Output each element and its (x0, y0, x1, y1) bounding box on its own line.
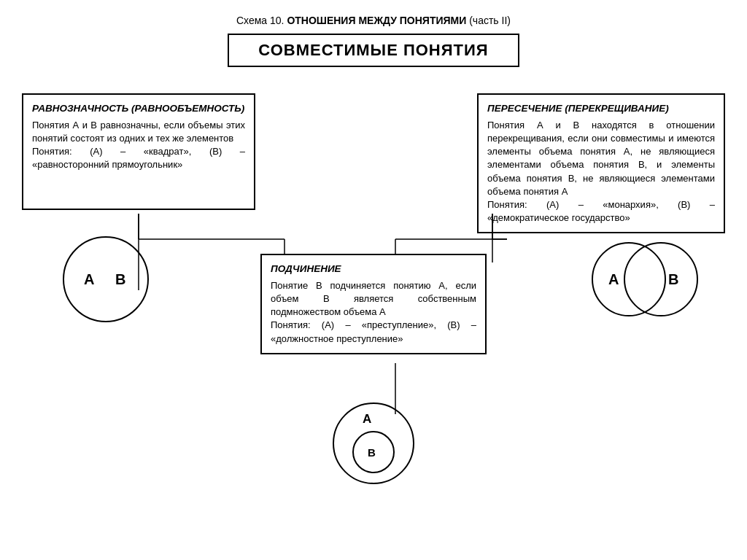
main-title-wrapper: СОВМЕСТИМЫЕ ПОНЯТИЯ (22, 34, 725, 82)
page: Схема 10. ОТНОШЕНИЯ МЕЖДУ ПОНЯТИЯМИ (час… (0, 0, 747, 560)
box-center-title: ПОДЧИНЕНИЕ (271, 262, 476, 276)
svg-point-14 (333, 403, 414, 483)
diagram-right-svg: А В (587, 232, 703, 327)
diagram-left-label-a: А (84, 271, 94, 287)
box-center-text: Понятие В подчиняется понятию А, если об… (271, 280, 476, 317)
box-right-title: ПЕРЕСЕЧЕНИЕ (ПЕРЕКРЕЩИВАНИЕ) (487, 102, 715, 116)
svg-point-12 (592, 243, 665, 316)
diagram-left: А В (51, 232, 160, 329)
main-title-text: СОВМЕСТИМЫЕ ПОНЯТИЯ (258, 41, 488, 59)
box-center-example: Понятия: (А) – «преступление», (В) – «до… (271, 319, 476, 343)
box-left: РАВНОЗНАЧНОСТЬ (РАВНООБЪЕМНОСТЬ) Понятия… (22, 93, 255, 210)
box-left-title: РАВНОЗНАЧНОСТЬ (РАВНООБЪЕМНОСТЬ) (32, 102, 245, 116)
schema-title-bold: ОТНОШЕНИЯ МЕЖДУ ПОНЯТИЯМИ (287, 15, 466, 26)
diagram-center-svg: А В (326, 400, 421, 494)
box-center: ПОДЧИНЕНИЕ Понятие В подчиняется понятию… (260, 254, 487, 354)
diagram-left-svg: А В (51, 232, 160, 327)
box-right: ПЕРЕСЕЧЕНИЕ (ПЕРЕКРЕЩИВАНИЕ) Понятия А и… (477, 93, 725, 233)
diagram-right-label-b: В (668, 271, 678, 287)
diagram-center-label-a: А (363, 412, 371, 426)
diagram-right: А В (587, 232, 703, 329)
svg-point-11 (63, 237, 148, 322)
box-right-example: Понятия: (А) – «монархия», (В) – «демокр… (487, 199, 715, 223)
content-area: РАВНОЗНАЧНОСТЬ (РАВНООБЪЕМНОСТЬ) Понятия… (22, 93, 725, 502)
diagram-center-label-b: В (368, 446, 376, 459)
box-right-text: Понятия А и В находятся в отношении пере… (487, 120, 715, 197)
diagram-center: А В (326, 400, 421, 497)
diagram-right-label-a: А (608, 271, 619, 287)
box-left-example: Понятия: (А) – «квадрат», (В) – «равност… (32, 146, 245, 170)
main-title-box: СОВМЕСТИМЫЕ ПОНЯТИЯ (228, 34, 519, 67)
schema-title-part: (часть II) (466, 15, 511, 26)
diagram-left-label-b: В (115, 271, 125, 287)
schema-title: Схема 10. ОТНОШЕНИЯ МЕЖДУ ПОНЯТИЯМИ (час… (22, 15, 725, 26)
schema-title-normal: Схема 10. (236, 15, 287, 26)
box-left-text: Понятия А и В равнозначны, если объемы э… (32, 120, 245, 144)
svg-point-13 (624, 243, 697, 316)
